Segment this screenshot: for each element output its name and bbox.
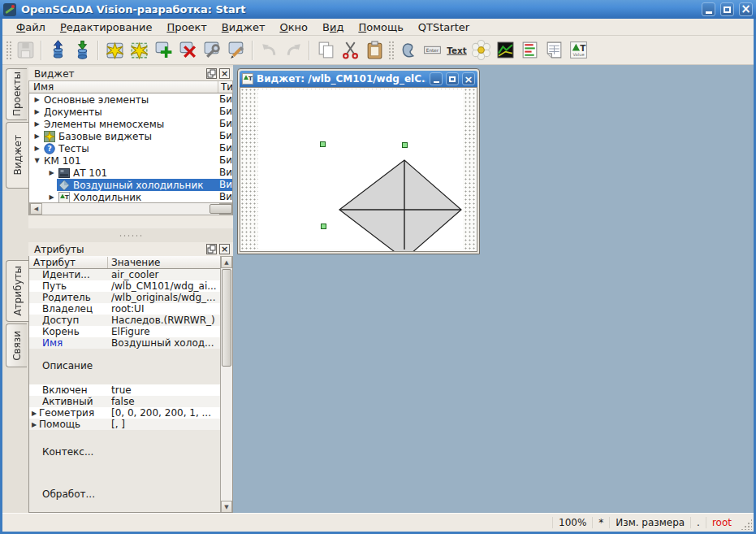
attributes-header[interactable]: Атрибут Значение <box>29 256 232 269</box>
menu-widget[interactable]: Виджет <box>214 20 273 34</box>
tree-header-type[interactable]: Тип <box>218 81 232 93</box>
tree-row[interactable]: ▶ T Холодильник Ви <box>29 191 232 203</box>
tree-row[interactable]: ▶ Документы Би <box>29 106 232 118</box>
menu-edit[interactable]: Редактирование <box>53 20 159 34</box>
prim-value-icon[interactable]: T Value <box>566 38 590 63</box>
minimize-button[interactable] <box>702 2 715 16</box>
tree-header-name[interactable]: Имя <box>29 81 218 93</box>
attr-row[interactable]: Путь /wlb_CM101/wdg_ai... <box>29 280 220 292</box>
float-panel-icon[interactable] <box>206 244 217 254</box>
expand-arrow-icon[interactable]: ▶ <box>46 193 57 201</box>
dock-splitter[interactable] <box>28 228 233 242</box>
tree-row[interactable]: ▶ Основные элементы Би <box>29 93 232 106</box>
scroll-left-icon[interactable]: ◀ <box>30 203 42 215</box>
tree-row[interactable]: ▶ ? Тесты Би <box>29 142 232 154</box>
tree-row[interactable]: ▼ КМ 101 Би <box>29 154 232 167</box>
scrollbar-thumb[interactable] <box>222 269 231 367</box>
paste-icon[interactable] <box>362 38 387 63</box>
node-handle[interactable] <box>402 142 408 148</box>
elfigure-drawing[interactable] <box>240 88 477 252</box>
tree-hscrollbar[interactable]: ◀ ▶ <box>29 202 232 215</box>
attr-row[interactable]: Активный false <box>29 396 220 407</box>
expand-arrow-icon[interactable]: ▶ <box>32 108 42 115</box>
attr-row[interactable]: Контекс... <box>29 430 220 474</box>
expand-arrow-icon[interactable]: ▶ <box>32 96 42 103</box>
tab-attributes[interactable]: Атрибуты <box>6 260 28 322</box>
menu-file[interactable]: Файл <box>9 20 53 34</box>
save-icon[interactable] <box>13 38 37 63</box>
tree-header[interactable]: Имя Тип <box>28 80 233 93</box>
expand-arrow-icon[interactable]: ▶ <box>32 120 42 128</box>
window-titlebar[interactable]: OpenSCADA Vision-разработка: Start <box>0 0 756 19</box>
expand-arrow-icon[interactable]: ▶ <box>29 410 39 417</box>
cut-icon[interactable] <box>338 38 362 63</box>
menu-qtstarter[interactable]: QTStarter <box>411 20 477 34</box>
attr-row[interactable]: Родитель /wlb_originals/wdg_... <box>29 292 220 303</box>
attributes-vscrollbar[interactable]: ▲ ▼ <box>220 256 232 513</box>
node-handle[interactable] <box>321 224 326 229</box>
expand-arrow-icon[interactable]: ▶ <box>32 132 42 140</box>
tree-row-selected[interactable]: Воздушный холодильник Ви <box>29 179 232 191</box>
node-handle[interactable] <box>320 141 326 147</box>
prim-document-icon[interactable] <box>542 38 566 63</box>
prim-figure-icon[interactable] <box>395 38 420 63</box>
close-panel-icon[interactable] <box>219 244 230 254</box>
prim-media-icon[interactable] <box>469 38 493 63</box>
attr-row[interactable]: Обработ... <box>29 474 220 513</box>
resize-grip[interactable] <box>741 519 752 530</box>
db-save-icon[interactable] <box>70 38 94 63</box>
undo-icon[interactable] <box>257 38 281 63</box>
prim-formel-icon[interactable]: Enter <box>420 38 444 63</box>
child-maximize-button[interactable] <box>446 72 459 85</box>
menu-view[interactable]: Вид <box>315 20 351 34</box>
attr-row[interactable]: Описание <box>29 349 220 384</box>
expand-arrow-icon[interactable]: ▶ <box>29 421 39 428</box>
widget-edit-area[interactable] <box>240 87 477 252</box>
widget-panel-titlebar[interactable]: Виджет <box>28 67 233 80</box>
copy-icon[interactable] <box>313 38 338 63</box>
library-import-icon[interactable] <box>127 38 151 63</box>
maximize-button[interactable] <box>720 2 734 16</box>
library-new-icon[interactable] <box>102 38 127 63</box>
tab-widget[interactable]: Виджет <box>6 122 28 189</box>
child-window-titlebar[interactable]: T Виджет: /wlb_CM101/wdg_elC... <box>240 71 477 87</box>
collapse-arrow-icon[interactable]: ▼ <box>32 157 42 164</box>
prim-text-icon[interactable]: Text <box>444 38 469 63</box>
widget-add-icon[interactable] <box>151 38 175 63</box>
expand-arrow-icon[interactable]: ▶ <box>32 145 42 152</box>
menu-help[interactable]: Помощь <box>351 20 410 34</box>
attr-row[interactable]: ▶ Геометрия [0, 0, 200, 200, 1, ... <box>29 407 220 419</box>
expand-arrow-icon[interactable]: ▶ <box>46 169 57 176</box>
scroll-up-icon[interactable]: ▲ <box>221 256 232 268</box>
widget-edit-icon[interactable] <box>224 38 248 63</box>
attributes-panel-titlebar[interactable]: Атрибуты <box>28 242 233 256</box>
tree-row[interactable]: ▶ АТ 101 Ви <box>29 167 232 179</box>
menu-project[interactable]: Проект <box>159 20 214 34</box>
widget-delete-icon[interactable] <box>175 38 200 63</box>
attr-row[interactable]: Иденти... air_cooler <box>29 269 220 280</box>
float-panel-icon[interactable] <box>206 68 217 79</box>
toolbar-drag-handle[interactable] <box>388 41 394 60</box>
close-button[interactable] <box>739 2 753 16</box>
prim-protocol-icon[interactable] <box>517 38 542 63</box>
tree-row[interactable]: ▶ Базовые виджеты Би <box>29 130 232 142</box>
scrollbar-thumb[interactable] <box>210 204 232 214</box>
attr-row[interactable]: ▶ Помощь [, ] <box>29 419 220 430</box>
tab-links[interactable]: Связи <box>6 323 27 367</box>
prim-diagram-icon[interactable] <box>493 38 517 63</box>
attr-row[interactable]: Корень ElFigure <box>29 326 220 337</box>
attr-row[interactable]: Владелец root:UI <box>29 303 220 315</box>
tree-row[interactable]: ▶ Элементы мнемосхемы Би <box>29 118 232 130</box>
toolbar-drag-handle[interactable] <box>6 41 11 60</box>
tab-projects[interactable]: Проекты <box>6 68 27 120</box>
widget-properties-icon[interactable] <box>200 38 224 63</box>
attr-row[interactable]: Включен true <box>29 384 220 396</box>
attr-row[interactable]: Доступ Наследов.(RWRWR_) <box>29 315 220 326</box>
attr-row[interactable]: Имя Воздушный холод... <box>29 337 220 349</box>
child-minimize-button[interactable] <box>430 72 443 85</box>
redo-icon[interactable] <box>281 38 305 63</box>
child-close-button[interactable] <box>462 72 475 85</box>
close-panel-icon[interactable] <box>219 68 230 79</box>
db-load-icon[interactable] <box>45 38 70 63</box>
menu-window[interactable]: Окно <box>272 20 315 34</box>
